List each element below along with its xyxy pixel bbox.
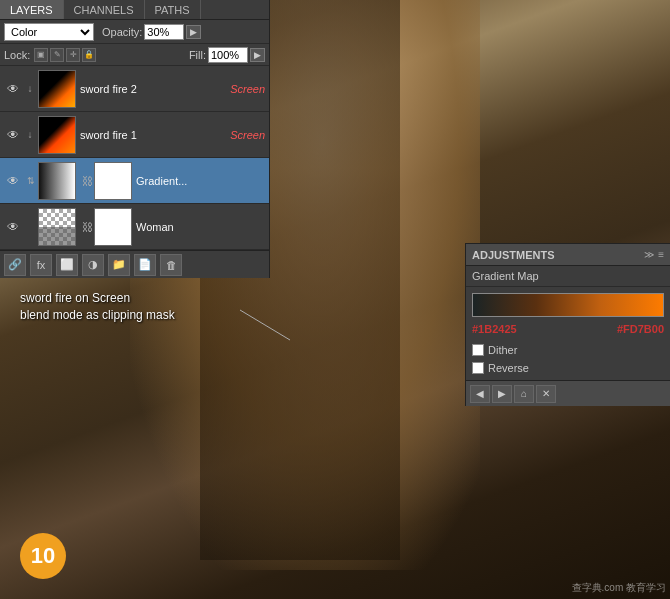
adjustments-title: ADJUSTMENTS	[472, 249, 640, 261]
root: LAYERS CHANNELS PATHS Color Normal Scree…	[0, 0, 670, 599]
color-left-hex[interactable]: #1B2425	[472, 323, 517, 335]
layer-row-woman[interactable]: 👁 ⛓ Woman	[0, 204, 269, 250]
nav-home-icon[interactable]: ⌂	[514, 385, 534, 403]
dither-checkbox[interactable]	[472, 344, 484, 356]
chain-icon-sword-fire-2: ↓	[24, 80, 36, 98]
lock-row: Lock: ▣ ✎ ✛ 🔒 Fill: ▶	[0, 44, 269, 66]
adjustments-header: ADJUSTMENTS ≫ ≡	[466, 244, 670, 266]
visibility-icon-woman[interactable]: 👁	[4, 218, 22, 236]
lock-transparent-icon[interactable]: ▣	[34, 48, 48, 62]
opacity-label: Opacity:	[102, 26, 142, 38]
new-group-icon[interactable]: 📁	[108, 254, 130, 276]
dither-row: Dither	[466, 341, 670, 359]
adjustments-nav: ◀ ▶ ⌂ ✕	[466, 380, 670, 406]
reverse-checkbox[interactable]	[472, 362, 484, 374]
layers-panel: LAYERS CHANNELS PATHS Color Normal Scree…	[0, 0, 270, 278]
visibility-icon-sword-fire-2[interactable]: 👁	[4, 80, 22, 98]
nav-delete-icon[interactable]: ✕	[536, 385, 556, 403]
reverse-row: Reverse	[466, 359, 670, 380]
color-right-hex[interactable]: #FD7B00	[617, 323, 664, 335]
mask-woman	[94, 208, 132, 246]
delete-layer-icon[interactable]: 🗑	[160, 254, 182, 276]
thumb-sword-fire-2	[38, 70, 76, 108]
layer-name-sword-fire-1: sword fire 1	[80, 129, 226, 141]
chain-icon-woman	[24, 218, 36, 236]
layer-name-gradient: Gradient...	[136, 175, 265, 187]
thumb-sword-fire-1	[38, 116, 76, 154]
adjustments-collapse-icon[interactable]: ≫	[644, 249, 654, 260]
annotation-line1: sword fire on Screen	[20, 290, 175, 307]
tab-bar: LAYERS CHANNELS PATHS	[0, 0, 269, 20]
layer-row-sword-fire-1[interactable]: 👁 ↓ sword fire 1 Screen	[0, 112, 269, 158]
lock-all-icon[interactable]: 🔒	[82, 48, 96, 62]
lock-move-icon[interactable]: ✛	[66, 48, 80, 62]
layer-row-sword-fire-2[interactable]: 👁 ↓ sword fire 2 Screen	[0, 66, 269, 112]
opacity-input[interactable]	[144, 24, 184, 40]
watermark: 查字典.com 教育学习	[572, 581, 666, 595]
tab-channels[interactable]: CHANNELS	[64, 0, 145, 19]
link-layers-icon[interactable]: 🔗	[4, 254, 26, 276]
new-layer-icon[interactable]: 📄	[134, 254, 156, 276]
layer-row-gradient[interactable]: 👁 ⇅ ⛓ Gradient...	[0, 158, 269, 204]
lock-label: Lock:	[4, 49, 30, 61]
link-icon-gradient: ⛓	[80, 162, 94, 200]
layer-blend-sword-fire-1: Screen	[230, 129, 265, 141]
thumb-woman	[38, 208, 76, 246]
adjustment-layer-icon[interactable]: ◑	[82, 254, 104, 276]
step-badge: 10	[20, 533, 66, 579]
annotation-line2: blend mode as clipping mask	[20, 307, 175, 324]
blend-mode-row: Color Normal Screen Opacity: ▶	[0, 20, 269, 44]
annotation: sword fire on Screen blend mode as clipp…	[20, 290, 175, 324]
tab-paths[interactable]: PATHS	[145, 0, 201, 19]
layer-blend-sword-fire-2: Screen	[230, 83, 265, 95]
opacity-arrow[interactable]: ▶	[186, 25, 201, 39]
lock-paint-icon[interactable]: ✎	[50, 48, 64, 62]
blend-mode-select[interactable]: Color Normal Screen	[4, 23, 94, 41]
adjustments-panel: ADJUSTMENTS ≫ ≡ Gradient Map #1B2425 #FD…	[465, 243, 670, 406]
adjustments-subtitle: Gradient Map	[466, 266, 670, 287]
add-style-icon[interactable]: fx	[30, 254, 52, 276]
add-mask-icon[interactable]: ⬜	[56, 254, 78, 276]
nav-back-icon[interactable]: ◀	[470, 385, 490, 403]
reverse-label: Reverse	[488, 362, 529, 374]
layer-name-woman: Woman	[136, 221, 265, 233]
fill-arrow[interactable]: ▶	[250, 48, 265, 62]
layer-name-sword-fire-2: sword fire 2	[80, 83, 226, 95]
visibility-icon-sword-fire-1[interactable]: 👁	[4, 126, 22, 144]
tab-layers[interactable]: LAYERS	[0, 0, 64, 19]
dither-label: Dither	[488, 344, 517, 356]
link-icon-woman: ⛓	[80, 208, 94, 246]
adjustments-menu-icon[interactable]: ≡	[658, 249, 664, 260]
thumb-gradient	[38, 162, 76, 200]
fill-label: Fill:	[189, 49, 206, 61]
visibility-icon-gradient[interactable]: 👁	[4, 172, 22, 190]
lock-icons: ▣ ✎ ✛ 🔒	[34, 48, 96, 62]
layers-bottom-bar: 🔗 fx ⬜ ◑ 📁 📄 🗑	[0, 250, 269, 278]
drag-icon-gradient: ⇅	[24, 162, 38, 200]
nav-forward-icon[interactable]: ▶	[492, 385, 512, 403]
chain-icon-sword-fire-1: ↓	[24, 126, 36, 144]
gradient-colors: #1B2425 #FD7B00	[466, 321, 670, 341]
gradient-bar[interactable]	[472, 293, 664, 317]
mask-gradient	[94, 162, 132, 200]
fill-input[interactable]	[208, 47, 248, 63]
